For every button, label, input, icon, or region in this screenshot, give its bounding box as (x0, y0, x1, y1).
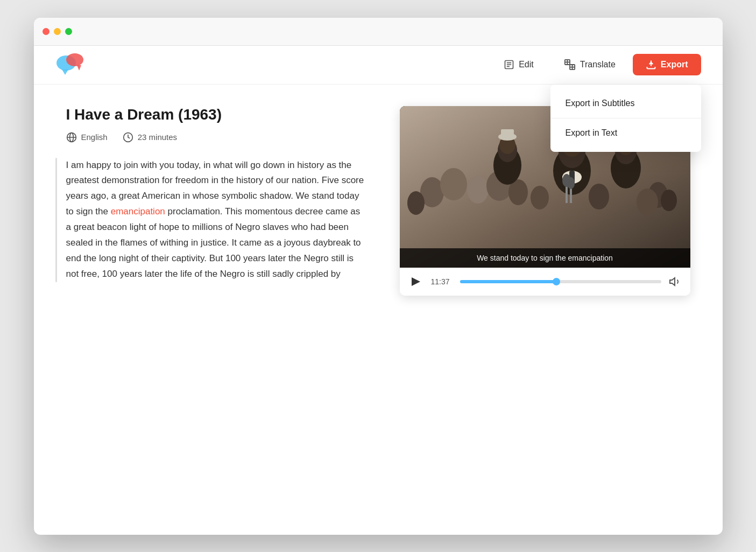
progress-bar[interactable] (460, 280, 661, 283)
duration-meta: 23 minutes (123, 132, 177, 143)
export-button[interactable]: Export (633, 54, 701, 75)
text-after-highlight: proclamation. This momentous decree came… (66, 206, 361, 279)
translate-label: Translate (580, 60, 616, 69)
play-button[interactable] (408, 274, 423, 289)
translate-icon (564, 59, 576, 71)
close-button[interactable] (43, 28, 50, 35)
timestamp: 11:37 (431, 277, 453, 286)
app-window: Edit Translate Export (34, 18, 723, 535)
translate-button[interactable]: Translate (551, 53, 628, 76)
nav-actions: Edit Translate Export (491, 53, 701, 76)
edit-label: Edit (519, 60, 534, 69)
svg-rect-40 (501, 129, 514, 137)
doc-text-paragraph: I am happy to join with you today, in wh… (66, 158, 368, 282)
logo-icon (55, 51, 88, 78)
doc-body: I am happy to join with you today, in wh… (66, 158, 368, 282)
svg-point-44 (567, 177, 575, 189)
minimize-button[interactable] (54, 28, 61, 35)
svg-point-48 (637, 188, 658, 215)
svg-point-2 (66, 53, 83, 66)
video-subtitle: We stand today to sign the emancipation (400, 248, 690, 268)
export-icon (646, 59, 656, 70)
video-controls: 11:37 (400, 268, 690, 296)
nav-bar: Edit Translate Export (34, 46, 723, 85)
maximize-button[interactable] (65, 28, 72, 35)
edit-button[interactable]: Edit (491, 54, 547, 75)
svg-point-21 (467, 176, 489, 204)
svg-point-47 (661, 190, 677, 211)
svg-point-50 (589, 184, 609, 209)
highlight-word: emancipation (111, 206, 165, 216)
svg-point-45 (407, 191, 425, 215)
svg-marker-3 (77, 65, 81, 71)
logo (55, 51, 88, 78)
doc-title: I Have a Dream (1963) (66, 106, 368, 123)
title-bar (34, 18, 723, 46)
svg-point-20 (440, 168, 467, 200)
doc-meta: English 23 minutes (66, 132, 368, 143)
clock-icon (123, 132, 133, 143)
accent-bar (55, 158, 57, 282)
edit-icon (504, 59, 514, 70)
text-panel: I Have a Dream (1963) English 23 min (66, 106, 368, 296)
svg-marker-52 (670, 278, 675, 285)
export-subtitles-item[interactable]: Export in Subtitles (550, 89, 701, 118)
export-label: Export (661, 60, 688, 69)
language-meta: English (66, 132, 108, 143)
play-icon (412, 277, 420, 286)
progress-fill (460, 280, 557, 283)
export-dropdown: Export in Subtitles Export in Text (550, 85, 701, 152)
duration-label: 23 minutes (138, 132, 177, 142)
svg-point-49 (531, 186, 549, 209)
svg-marker-1 (62, 69, 68, 75)
globe-icon (66, 132, 77, 143)
volume-button[interactable] (669, 275, 682, 288)
language-label: English (81, 132, 108, 142)
volume-icon (669, 275, 682, 288)
export-text-item[interactable]: Export in Text (550, 118, 701, 148)
progress-knob[interactable] (553, 278, 560, 285)
